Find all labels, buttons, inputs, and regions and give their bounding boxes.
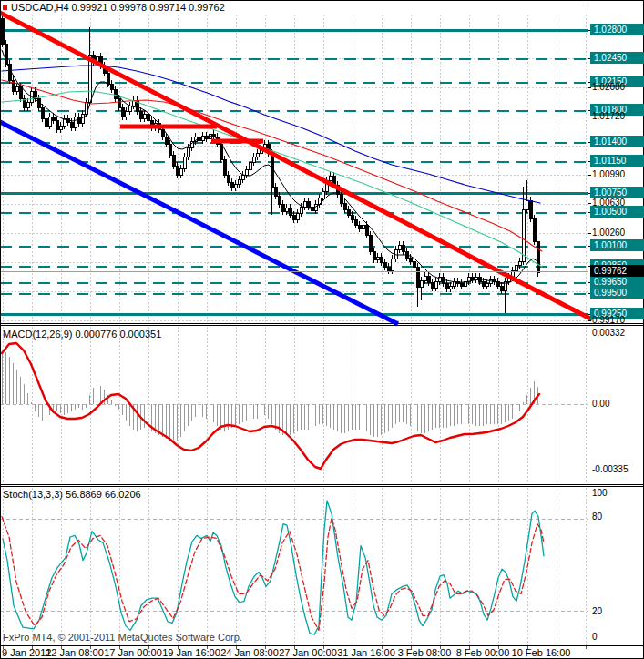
candle-body (201, 136, 204, 140)
candle-body (518, 261, 521, 265)
candle-body (449, 286, 452, 289)
candle-body (427, 276, 430, 282)
stoch-axis-label: 100 (592, 488, 608, 499)
candle-body (278, 196, 281, 204)
chart-title: USDCAD,H4 0.99921 0.99978 0.99714 0.9976… (11, 2, 225, 14)
candle-body (139, 111, 142, 118)
candle-body (358, 225, 361, 228)
time-axis-label: 10 Feb 16:00 (512, 647, 571, 658)
candle-body (289, 208, 291, 215)
price-level-badge: 1.02450 (590, 52, 644, 64)
candle-body (413, 261, 415, 267)
time-axis-label: 24 Jan 08:00 (220, 647, 279, 658)
candle-body (118, 98, 120, 107)
candle-body (52, 117, 55, 120)
mt4-chart-window: USDCAD,H4 0.99921 0.99978 0.99714 0.9976… (0, 0, 644, 659)
candle-body (292, 215, 295, 219)
candle-body (303, 201, 306, 207)
time-axis-label: 12 Jan 08:00 (46, 647, 104, 658)
candle-body (274, 187, 277, 196)
candle-body (471, 277, 474, 279)
candle-body (19, 86, 22, 98)
candle-body (234, 184, 237, 188)
candle-body (281, 204, 284, 211)
time-axis-label: 27 Jan 00:00 (279, 647, 337, 658)
candle-body (424, 276, 426, 280)
candle-body (354, 219, 357, 225)
candle-body (482, 281, 485, 286)
candle-body (537, 241, 539, 272)
candle-body (15, 86, 18, 91)
candle-body (59, 126, 62, 129)
candle-body (296, 213, 299, 219)
candle-body (172, 155, 175, 166)
price-grid-label: 1.00630 (592, 198, 625, 208)
candle-body (475, 277, 477, 279)
candle-body (249, 162, 251, 169)
time-axis-label: 19 Jan 16:00 (162, 647, 220, 658)
candle-body (107, 73, 109, 84)
candle-body (125, 111, 128, 117)
candle-body (300, 207, 302, 213)
candle-body (230, 182, 233, 188)
stoch-axis-label: 20 (592, 606, 602, 617)
candle-body (285, 208, 288, 211)
candle-body (1, 18, 4, 44)
stoch-axis-label: 0 (592, 632, 598, 643)
candle-body (322, 191, 324, 198)
candle-body (329, 176, 332, 180)
candle-body (271, 153, 273, 187)
candle-body (121, 107, 124, 117)
candle-body (245, 169, 248, 175)
candle-body (143, 114, 146, 118)
price-grid-label: 1.01720 (592, 111, 625, 122)
price-grid-label: 1.00260 (592, 228, 625, 238)
candle-body (183, 157, 186, 168)
price-grid-label: 1.02080 (592, 82, 625, 93)
candle-body (70, 122, 73, 127)
candle-body (241, 175, 244, 179)
price-level-badge: 1.01400 (590, 136, 644, 147)
macd-axis-label: 0.00332 (592, 328, 625, 339)
candle-body (416, 267, 419, 287)
macd-indicator-label: MACD(12,26,9) 0.000776 0.000351 (3, 329, 161, 340)
candle-body (365, 225, 368, 235)
candle-body (369, 235, 372, 251)
candle-body (526, 200, 528, 209)
time-axis-label: 17 Jan 00:00 (104, 647, 162, 658)
time-axis-label: 31 Jan 16:00 (337, 647, 395, 658)
candle-body (383, 262, 386, 267)
candle-body (41, 107, 44, 118)
candle-body (405, 251, 408, 258)
candle-body (223, 159, 226, 175)
candle-body (347, 209, 350, 215)
candle-body (147, 114, 149, 120)
candle-body (362, 225, 364, 228)
current-price-badge: 0.99762 (590, 265, 644, 277)
candle-body (486, 283, 488, 286)
macd-axis-label: 0.00 (592, 399, 609, 410)
candle-body (402, 245, 404, 251)
candle-body (434, 281, 437, 288)
candle-body (74, 117, 77, 127)
candle-body (238, 179, 240, 184)
time-axis-label: 3 Feb 08:00 (398, 647, 452, 658)
price-level-badge: 1.00100 (590, 239, 644, 251)
candle-body (45, 118, 47, 126)
candle-body (380, 257, 383, 262)
candle-body (500, 286, 503, 290)
candle-body (493, 279, 496, 281)
candle-body (445, 283, 448, 289)
candle-body (387, 267, 390, 270)
price-grid-label: 0.99170 (592, 315, 625, 326)
candle-body (12, 80, 15, 91)
stoch-indicator-label: Stoch(13,3,3) 56.8869 66.0206 (3, 489, 141, 501)
candle-body (26, 102, 29, 107)
candle-body (179, 168, 182, 175)
candle-body (256, 153, 259, 157)
candle-body (533, 218, 536, 241)
candle-body (376, 257, 379, 259)
candle-body (252, 157, 255, 162)
candle-body (409, 258, 412, 261)
candle-body (165, 137, 168, 144)
